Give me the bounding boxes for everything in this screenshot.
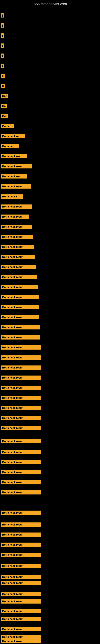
bottleneck-label: Bottleneck result bbox=[1, 204, 32, 209]
site-title: TheBottlenecker.com bbox=[0, 0, 100, 7]
bottleneck-item: Bottleneck result bbox=[1, 592, 41, 596]
bottleneck-label: Bottlen bbox=[1, 124, 14, 128]
bottleneck-label: Bottleneck result bbox=[1, 542, 41, 547]
bottleneck-label: | bbox=[1, 13, 4, 18]
bottleneck-item: Bottleneck result bbox=[1, 204, 32, 209]
bottleneck-item: Bottleneck resul bbox=[1, 184, 31, 188]
bottleneck-item: Bottleneck result bbox=[1, 460, 41, 464]
bottleneck-item: Bottleneck result bbox=[1, 245, 34, 249]
bottleneck-item: Bottleneck result bbox=[1, 386, 41, 390]
bottleneck-label: Bottleneck result bbox=[1, 439, 41, 443]
bottleneck-label: Bottleneck result bbox=[1, 224, 32, 229]
bottleneck-item: Bottleneck result bbox=[1, 285, 38, 289]
bottleneck-label: Bottleneck result bbox=[1, 345, 41, 350]
bottleneck-label: Bottlenec bbox=[1, 144, 19, 148]
bottleneck-item: Bottlenec bbox=[1, 144, 19, 148]
bottleneck-label: s bbox=[1, 74, 5, 78]
bottleneck-label: Bottleneck result bbox=[1, 285, 38, 289]
bottleneck-label: Bottleneck result bbox=[1, 386, 41, 390]
bottleneck-label: Bottleneck result bbox=[1, 315, 39, 320]
bottleneck-item: Bottleneck result bbox=[1, 490, 41, 494]
bottleneck-item: Bottleneck result bbox=[1, 335, 40, 340]
bottleneck-label: Bottleneck result bbox=[1, 356, 41, 360]
bottleneck-label: Bottleneck result bbox=[1, 480, 41, 484]
bottleneck-label: Bottleneck result bbox=[1, 265, 36, 269]
bottleneck-label: Bottleneck result bbox=[1, 275, 37, 279]
bottleneck-item: Bottleneck res bbox=[1, 154, 27, 158]
bottleneck-item: Bottleneck result bbox=[1, 470, 41, 474]
bottleneck-item: Bottleneck result bbox=[1, 295, 39, 299]
bottleneck-item: Bottleneck result bbox=[1, 376, 41, 380]
bottleneck-label: Bottleneck result bbox=[1, 235, 33, 239]
bottleneck-label: Bottleneck result bbox=[1, 245, 34, 249]
bottleneck-label: Bot bbox=[1, 114, 8, 118]
bottleneck-label: Bottleneck result bbox=[1, 255, 35, 259]
bottleneck-label: Bottleneck result bbox=[1, 627, 41, 631]
bottleneck-label: Bottleneck result bbox=[1, 416, 41, 420]
bottleneck-label: Bottleneck result bbox=[1, 639, 41, 644]
bottleneck-label: Bottleneck result bbox=[1, 396, 41, 400]
bottleneck-item: Bottleneck result bbox=[1, 255, 35, 259]
bottleneck-label: Bottleneck result bbox=[1, 450, 41, 454]
bottleneck-item: s bbox=[1, 74, 5, 78]
bottleneck-item: Bot bbox=[1, 94, 8, 98]
bottleneck-label: Bottleneck r bbox=[1, 194, 23, 199]
bottleneck-label: Bottleneck result bbox=[1, 376, 41, 380]
bottleneck-item: Bottleneck result bbox=[1, 305, 39, 309]
bottleneck-label: Bottleneck re bbox=[1, 134, 25, 138]
bottleneck-label: Bottleneck result bbox=[1, 599, 41, 604]
bottleneck-label: Bottleneck result bbox=[1, 553, 41, 557]
bottleneck-item: | bbox=[1, 44, 4, 48]
bottleneck-item: Bottleneck result bbox=[1, 224, 32, 229]
bottleneck-label: Bottleneck result bbox=[1, 532, 41, 537]
bottleneck-label: Bottleneck result bbox=[1, 575, 41, 579]
bottleneck-item: Bo bbox=[1, 104, 7, 108]
bottleneck-item: | bbox=[1, 34, 4, 38]
bottleneck-item: Bottleneck result bbox=[1, 416, 41, 420]
bottleneck-item: Bottleneck result bbox=[1, 275, 37, 279]
bottleneck-item: Bottleneck result bbox=[1, 396, 41, 400]
bottleneck-item: Bottleneck res bbox=[1, 174, 27, 178]
bottleneck-label: Bottleneck result bbox=[1, 635, 41, 639]
bottleneck-label: | bbox=[1, 23, 4, 28]
bottleneck-item: Bottleneck result bbox=[1, 426, 41, 430]
bottleneck-item: Bottleneck result bbox=[1, 450, 41, 454]
bottleneck-label: Bottleneck result bbox=[1, 164, 32, 168]
bottleneck-item: Bottleneck result bbox=[1, 639, 41, 644]
bottleneck-label: Bottleneck result bbox=[1, 406, 41, 410]
bottleneck-item: Bottleneck result bbox=[1, 345, 41, 350]
bottleneck-item: Bottleneck result bbox=[1, 480, 41, 484]
bottleneck-item: Bottleneck result bbox=[1, 617, 41, 621]
bottleneck-item: Bottleneck result bbox=[1, 635, 41, 639]
bottleneck-label: Bo bbox=[1, 104, 7, 108]
bottleneck-item: Bottleneck result bbox=[1, 532, 41, 537]
bottleneck-item: Bottleneck result bbox=[1, 575, 41, 579]
bottleneck-label: Bottleneck result bbox=[1, 490, 41, 494]
bottleneck-label: | bbox=[1, 34, 4, 38]
bottleneck-item: Bottleneck result bbox=[1, 406, 41, 410]
bottleneck-label: Bottleneck result bbox=[1, 366, 41, 370]
bottleneck-label: Bottleneck result bbox=[1, 460, 41, 464]
bottleneck-item: | bbox=[1, 13, 4, 18]
bottleneck-label: Bottleneck result bbox=[1, 522, 41, 527]
bottleneck-item: Bottlen bbox=[1, 124, 14, 128]
bottleneck-item: Bot bbox=[1, 114, 8, 118]
bottleneck-item: Bottleneck result bbox=[1, 439, 41, 443]
bottleneck-label: Bottleneck result bbox=[1, 592, 41, 596]
bottleneck-item: Bottleneck result bbox=[1, 564, 41, 568]
bottleneck-item: Bottleneck result bbox=[1, 522, 41, 527]
bottleneck-label: Bot bbox=[1, 94, 8, 98]
bottleneck-item: Bottleneck result bbox=[1, 356, 41, 360]
bottleneck-label: Bottleneck res bbox=[1, 174, 27, 178]
bottleneck-item: Bottleneck result bbox=[1, 510, 41, 515]
bottleneck-label: | bbox=[1, 54, 4, 58]
bottleneck-item: Bottleneck result bbox=[1, 366, 41, 370]
bottleneck-label: Bottleneck result bbox=[1, 305, 39, 309]
bottleneck-label: Bottleneck result bbox=[1, 609, 41, 613]
bottleneck-item: Bottleneck result bbox=[1, 325, 40, 330]
bottleneck-item: Bottleneck result bbox=[1, 627, 41, 631]
bottleneck-label: Bottleneck result bbox=[1, 325, 40, 330]
bottleneck-label: Bottleneck res bbox=[1, 154, 27, 158]
bottleneck-label: Bottleneck result bbox=[1, 426, 41, 430]
bottleneck-label: Bottleneck result bbox=[1, 510, 41, 515]
